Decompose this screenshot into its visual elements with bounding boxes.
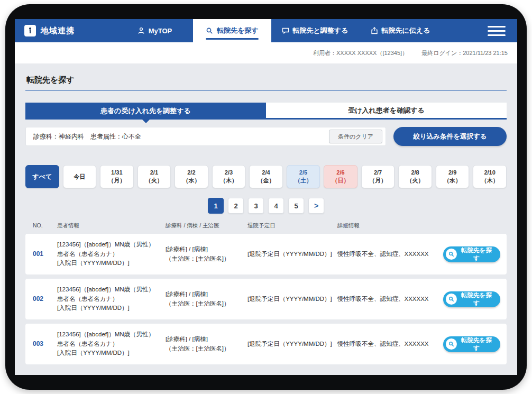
search-icon [206,27,213,34]
discharge-date-cell: [退院予定日（YYYY/MM/DD）] [247,340,337,349]
date-label: 2/3 [225,169,233,177]
person-logo-icon [24,25,36,36]
page-button-4[interactable]: 4 [268,198,284,214]
date-filter-2-4[interactable]: 2/4 （金） [249,165,283,188]
select-conditions-button[interactable]: 絞り込み条件を選択する [393,127,507,146]
header-discharge: 退院予定日 [247,222,337,230]
pagination: 1 2 3 4 5 > [25,198,507,214]
date-filter-2-1[interactable]: 2/1 （火） [137,165,171,188]
tab-group: 患者の受け入れ先を調整する 受け入れ患者を確認する [25,103,507,120]
app-title: 地域連携 [41,26,75,36]
date-filter-2-9[interactable]: 2/9 （水） [436,165,470,188]
chat-icon [282,27,289,34]
search-transfer-button[interactable]: 転院先を探す [443,246,500,262]
nav-item-search-transfer[interactable]: 転院先を探す [193,19,271,42]
table-row: 003 [123456]（[abcdef]）MN歳（男性） 患者名（患者名カナ）… [25,324,507,364]
date-filter-2-7[interactable]: 2/7 （月） [361,165,395,188]
nav-item-label: MyTOP [149,27,172,35]
header-details: 詳細情報 [337,222,443,230]
discharge-date-cell: [退院予定日（YYYY/MM/DD）] [247,295,337,304]
search-transfer-button[interactable]: 転院先を探す [443,336,500,352]
patient-name-line: 患者名（患者名カナ） [57,340,161,349]
doctor-line: （主治医：[主治医名]） [166,344,243,354]
patient-id-line: [123456]（[abcdef]）MN歳（男性） [57,330,161,340]
date-label: 2/7 [374,169,382,177]
share-icon [371,27,378,34]
action-cell: 転院先を探す [443,291,507,307]
date-label: 2/8 [411,169,419,177]
day-label: （木） [220,177,237,185]
top-navbar: 地域連携 MyTOP 転院先を探す 転院先と調整する 転院先に伝える [15,19,517,42]
page-title: 転院先を探す [26,75,507,85]
date-filter-2-3[interactable]: 2/3 （木） [212,165,246,188]
doctor-line: （主治医：[主治医名]） [166,254,243,264]
filter-conditions-text: 診療科：神経内科 患者属性：心不全 [33,132,141,141]
patient-info-cell: [123456]（[abcdef]）MN歳（男性） 患者名（患者名カナ） [入院… [57,330,166,358]
nav-item-label: 転院先に伝える [382,26,430,35]
date-label: 2/2 [187,169,195,177]
tab-confirm-patients[interactable]: 受け入れ患者を確認する [266,103,507,120]
date-filter-group: すべて 今日 1/31 （月） 2/1 （火） 2/2 （水） 2/3 （木） [25,165,507,188]
table-row: 001 [123456]（[abcdef]）MN歳（男性） 患者名（患者名カナ）… [25,234,507,274]
day-label: （月） [108,177,125,185]
date-label: 2/1 [150,169,158,177]
date-label: 今日 [74,173,85,181]
patient-info-cell: [123456]（[abcdef]）MN歳（男性） 患者名（患者名カナ） [入院… [57,240,166,268]
date-filter-2-10[interactable]: 2/10 （木） [473,165,507,188]
patient-name-line: 患者名（患者名カナ） [57,295,161,304]
nav-item-label: 転院先と調整する [293,26,348,35]
date-filter-2-2[interactable]: 2/2 （水） [175,165,208,188]
nav-item-tell-transfer[interactable]: 転院先に伝える [359,19,442,42]
date-filter-1-31[interactable]: 1/31 （月） [100,165,134,188]
header-department: 診療科 / 病棟 / 主治医 [166,222,247,230]
page-button-3[interactable]: 3 [248,198,264,214]
day-label: （水） [444,177,461,185]
filter-row: 診療科：神経内科 患者属性：心不全 条件のクリア 絞り込み条件を選択する [25,127,507,146]
title-divider [25,90,507,91]
search-icon [446,249,457,260]
filter-conditions-box: 診療科：神経内科 患者属性：心不全 条件のクリア [25,127,386,146]
header-patient: 患者情報 [57,222,166,230]
date-label: 2/6 [336,169,344,177]
nav-item-label: 転院先を探す [217,26,259,35]
date-filter-today[interactable]: 今日 [63,165,97,188]
header-no: NO. [33,222,57,230]
date-filter-2-8[interactable]: 2/8 （火） [398,165,432,188]
page-button-2[interactable]: 2 [228,198,244,214]
search-transfer-button[interactable]: 転院先を探す [443,291,500,307]
date-filter-2-6[interactable]: 2/6 （日） [324,165,357,188]
next-page-button[interactable]: > [308,198,324,214]
action-cell: 転院先を探す [443,336,507,352]
user-label: 利用者：XXXXX XXXXX（[12345]） [313,49,408,57]
details-cell: 慢性呼吸不全、認知症、XXXXXX [337,250,443,259]
nav-item-mytop[interactable]: MyTOP [116,19,193,42]
admission-date-line: [入院日（YYYY/MM/DD）] [57,304,161,313]
admission-date-line: [入院日（YYYY/MM/DD）] [57,349,161,358]
patient-id-line: [123456]（[abcdef]）MN歳（男性） [57,285,161,295]
department-cell: [診療科] / [病棟] （主治医：[主治医名]） [166,245,247,264]
clear-conditions-button[interactable]: 条件のクリア [329,130,382,143]
day-label: （日） [332,177,350,185]
action-label: 転院先を探す [461,291,492,307]
admission-date-line: [入院日（YYYY/MM/DD）] [57,259,161,268]
last-login-label: 最終ログイン：2021/11/23 21:15 [421,49,508,57]
date-filter-2-5[interactable]: 2/5 （土） [287,165,320,188]
department-cell: [診療科] / [病棟] （主治医：[主治医名]） [166,335,247,354]
patient-id-line: [123456]（[abcdef]）MN歳（男性） [57,240,161,250]
day-label: （火） [407,177,424,185]
discharge-date-cell: [退院予定日（YYYY/MM/DD）] [247,250,337,259]
department-cell: [診療科] / [病棟] （主治医：[主治医名]） [166,290,247,309]
date-filter-all[interactable]: すべて [25,165,59,188]
tab-adjust-acceptance[interactable]: 患者の受け入れ先を調整する [25,103,266,120]
date-label: すべて [32,172,52,181]
menu-icon[interactable] [488,26,506,36]
department-line: [診療科] / [病棟] [166,335,243,344]
app-screen: 地域連携 MyTOP 転院先を探す 転院先と調整する 転院先に伝える [15,19,517,375]
table-header: NO. 患者情報 診療科 / 病棟 / 主治医 退院予定日 詳細情報 [25,222,507,230]
date-label: 2/10 [484,169,495,177]
user-info-bar: 利用者：XXXXX XXXXX（[12345]） 最終ログイン：2021/11/… [15,42,517,63]
action-cell: 転院先を探す [443,246,507,262]
page-button-1[interactable]: 1 [208,198,224,214]
nav-item-coordinate-transfer[interactable]: 転院先と調整する [271,19,359,42]
page-button-5[interactable]: 5 [288,198,304,214]
